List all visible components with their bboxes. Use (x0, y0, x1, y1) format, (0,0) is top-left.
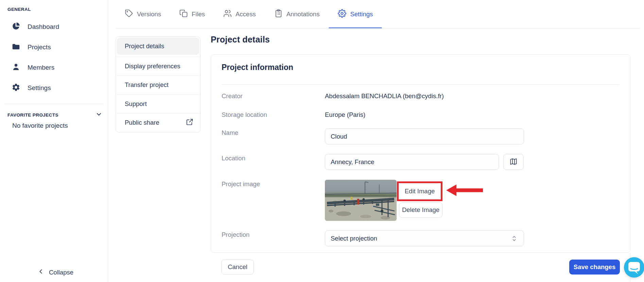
subnav-label: Support (125, 100, 147, 108)
favorites-section-label: FAVORITE PROJECTS (7, 112, 58, 118)
tab-label: Files (192, 11, 205, 18)
project-information-card: Project information Creator Abdessalam B… (211, 54, 630, 253)
app-window: GENERAL Dashboard Projects Members (0, 0, 644, 282)
map-icon (509, 157, 518, 166)
chat-bubble-icon (624, 257, 644, 278)
general-section-label: GENERAL (7, 7, 31, 12)
pipeline-site-illustration (325, 180, 397, 221)
delete-image-button[interactable]: Delete Image (399, 202, 442, 218)
name-input[interactable] (325, 128, 524, 144)
subnav-item-transfer-project[interactable]: Transfer project (116, 75, 200, 94)
dashboard-pie-icon (12, 22, 20, 32)
sidebar-item-label: Dashboard (28, 23, 59, 31)
external-link-icon (186, 118, 193, 127)
save-changes-button[interactable]: Save changes (569, 260, 620, 275)
collapse-button[interactable]: Collapse (38, 268, 73, 276)
image-actions: Edit Image Delete Image (397, 180, 620, 221)
location-label: Location (222, 154, 325, 170)
sidebar-item-projects[interactable]: Projects (0, 37, 108, 57)
subnav-item-project-details[interactable]: Project details (116, 38, 200, 57)
edit-image-button[interactable]: Edit Image (399, 183, 440, 199)
location-input[interactable] (325, 154, 499, 170)
tag-icon (125, 9, 133, 19)
card-divider (222, 84, 620, 85)
annotation-red-box: Edit Image (397, 181, 442, 201)
creator-label: Creator (222, 92, 325, 101)
tab-label: Versions (137, 11, 161, 18)
projection-row: Projection Select projection (222, 230, 620, 246)
project-image-row: Project image (222, 180, 620, 221)
copy-icon (179, 9, 188, 19)
person-icon (12, 63, 20, 73)
sidebar-item-settings[interactable]: Settings (0, 78, 108, 98)
subnav-label: Transfer project (125, 81, 169, 89)
storage-location-label: Storage location (222, 110, 325, 119)
tab-versions[interactable]: Versions (116, 0, 170, 29)
sidebar-divider (4, 104, 104, 104)
subnav-item-display-preferences[interactable]: Display preferences (116, 57, 200, 76)
storage-location-row: Storage location Europe (Paris) (222, 110, 620, 119)
project-image-label: Project image (222, 180, 325, 221)
card-title: Project information (222, 63, 293, 72)
projection-label: Projection (222, 230, 325, 246)
subnav-item-public-share[interactable]: Public share (116, 113, 200, 132)
annotation-red-arrow (446, 183, 484, 198)
settings-subnav: Project details Display preferences Tran… (116, 36, 201, 133)
creator-row: Creator Abdessalam BENCHADLIA (ben@cydis… (222, 92, 620, 101)
open-map-button[interactable] (503, 154, 524, 170)
page-title: Project details (211, 35, 270, 45)
chevron-left-icon (38, 268, 44, 276)
sidebar-item-dashboard[interactable]: Dashboard (0, 17, 108, 37)
project-image-thumbnail[interactable] (325, 180, 397, 221)
sidebar-nav: Dashboard Projects Members Settings (0, 17, 108, 98)
sidebar-item-label: Settings (28, 84, 51, 92)
sidebar-item-members[interactable]: Members (0, 57, 108, 78)
subnav-label: Public share (125, 119, 159, 126)
subnav-label: Project details (125, 42, 164, 50)
chevron-down-icon[interactable] (95, 111, 102, 119)
sidebar: GENERAL Dashboard Projects Members (0, 0, 108, 282)
collapse-label: Collapse (49, 269, 73, 276)
chat-launcher-button[interactable] (624, 257, 644, 278)
storage-location-value: Europe (Paris) (325, 110, 365, 119)
location-row: Location (222, 154, 620, 170)
cancel-button[interactable]: Cancel (221, 260, 254, 275)
main-content: Project details Project information Crea… (211, 0, 630, 282)
tab-files[interactable]: Files (170, 0, 214, 29)
select-arrows-icon (512, 235, 516, 242)
name-row: Name (222, 128, 620, 144)
favorites-section-header[interactable]: FAVORITE PROJECTS (7, 111, 102, 119)
subnav-item-support[interactable]: Support (116, 94, 200, 113)
folder-icon (12, 42, 20, 53)
name-label: Name (222, 128, 325, 144)
form-actions: Cancel Save changes (211, 260, 630, 275)
sidebar-item-label: Projects (28, 43, 51, 51)
projection-select[interactable]: Select projection (325, 230, 524, 246)
sidebar-item-label: Members (28, 64, 54, 71)
favorites-empty-text: No favorite projects (12, 122, 68, 129)
subnav-label: Display preferences (125, 63, 180, 70)
projection-select-value: Select projection (331, 235, 377, 242)
creator-value: Abdessalam BENCHADLIA (ben@cydis.fr) (325, 92, 444, 101)
gear-icon (12, 83, 20, 93)
